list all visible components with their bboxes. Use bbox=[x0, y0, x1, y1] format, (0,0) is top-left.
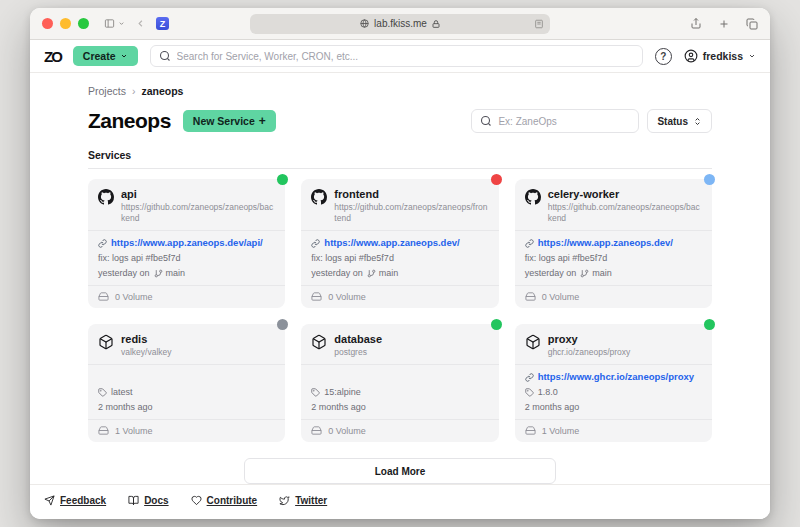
app-favicon[interactable]: Z bbox=[156, 17, 169, 30]
service-url-link[interactable]: https://www.ghcr.io/zaneops/proxy bbox=[538, 371, 694, 383]
status-dot bbox=[277, 174, 288, 185]
service-card[interactable]: celery-worker https://github.com/zaneops… bbox=[515, 179, 712, 308]
new-service-label: New Service bbox=[193, 115, 255, 127]
heart-icon bbox=[191, 495, 202, 506]
github-icon bbox=[525, 189, 541, 205]
service-source: postgres bbox=[334, 347, 382, 358]
service-card[interactable]: proxy ghcr.io/zaneops/proxy https://www.… bbox=[515, 324, 712, 442]
service-source: https://github.com/zaneops/zaneops/backe… bbox=[121, 202, 275, 224]
volume-icon bbox=[525, 291, 536, 302]
service-card[interactable]: redis valkey/valkey latest 2 months ago bbox=[88, 324, 285, 442]
service-card[interactable]: api https://github.com/zaneops/zaneops/b… bbox=[88, 179, 285, 308]
zoom-window-button[interactable] bbox=[78, 18, 89, 29]
volume-count: 0 Volume bbox=[328, 292, 366, 302]
service-filter bbox=[471, 109, 639, 133]
chevrons-up-down-icon bbox=[693, 117, 702, 126]
traffic-lights bbox=[42, 18, 89, 29]
service-name: redis bbox=[121, 333, 172, 345]
volume-count: 0 Volume bbox=[328, 426, 366, 436]
sidebar-toggle-icon[interactable] bbox=[103, 18, 125, 29]
service-url-link[interactable]: https://www.app.zaneops.dev/api/ bbox=[111, 237, 263, 249]
service-source: https://github.com/zaneops/zaneops/backe… bbox=[548, 202, 702, 224]
send-icon bbox=[44, 495, 55, 506]
reader-icon[interactable] bbox=[534, 19, 544, 29]
username: fredkiss bbox=[703, 50, 743, 62]
user-avatar-icon bbox=[684, 49, 698, 63]
link-icon bbox=[311, 239, 320, 248]
load-more-button[interactable]: Load More bbox=[244, 458, 556, 484]
service-name: frontend bbox=[334, 188, 488, 200]
new-service-button[interactable]: New Service + bbox=[183, 110, 276, 132]
status-dot bbox=[491, 319, 502, 330]
section-divider bbox=[88, 168, 712, 169]
globe-icon bbox=[360, 19, 369, 28]
app-footer: Feedback Docs Contribute Twitter bbox=[30, 484, 770, 519]
footer-link-docs[interactable]: Docs bbox=[128, 495, 168, 506]
status-dot bbox=[491, 174, 502, 185]
docker-image-icon bbox=[98, 334, 114, 350]
link-icon bbox=[525, 373, 534, 382]
volume-icon bbox=[98, 291, 109, 302]
status-filter-button[interactable]: Status bbox=[647, 109, 712, 133]
minimize-window-button[interactable] bbox=[60, 18, 71, 29]
service-name: celery-worker bbox=[548, 188, 702, 200]
status-filter-label: Status bbox=[657, 116, 688, 127]
last-updated: yesterday on bbox=[311, 267, 363, 279]
help-button[interactable]: ? bbox=[655, 48, 672, 65]
link-icon bbox=[98, 239, 107, 248]
branch-name: main bbox=[592, 267, 612, 279]
address-bar[interactable]: lab.fkiss.me bbox=[250, 14, 550, 34]
new-tab-icon[interactable] bbox=[718, 18, 730, 30]
github-icon bbox=[98, 189, 114, 205]
service-card[interactable]: frontend https://github.com/zaneops/zane… bbox=[301, 179, 498, 308]
docker-image-icon bbox=[311, 334, 327, 350]
browser-window: Z lab.fkiss.me ZO Create bbox=[30, 8, 770, 519]
footer-link-contribute[interactable]: Contribute bbox=[191, 495, 258, 506]
create-button[interactable]: Create bbox=[73, 46, 138, 66]
footer-link-label: Twitter bbox=[295, 495, 327, 506]
service-card[interactable]: database postgres 15:alpine 2 months ago bbox=[301, 324, 498, 442]
browser-toolbar: Z lab.fkiss.me bbox=[30, 8, 770, 40]
volume-count: 1 Volume bbox=[542, 426, 580, 436]
status-dot bbox=[277, 319, 288, 330]
footer-link-twitter[interactable]: Twitter bbox=[279, 495, 327, 506]
breadcrumb: Projects › zaneops bbox=[88, 85, 712, 97]
footer-link-label: Docs bbox=[144, 495, 168, 506]
zaneops-logo[interactable]: ZO bbox=[44, 48, 61, 65]
create-button-label: Create bbox=[83, 50, 116, 62]
service-name: database bbox=[334, 333, 382, 345]
service-source: ghcr.io/zaneops/proxy bbox=[548, 347, 631, 358]
service-filter-input[interactable] bbox=[498, 116, 630, 127]
footer-link-label: Feedback bbox=[60, 495, 106, 506]
volume-icon bbox=[98, 425, 109, 436]
chevron-down-icon bbox=[748, 52, 756, 60]
last-updated: yesterday on bbox=[525, 267, 577, 279]
service-url-link[interactable]: https://www.app.zaneops.dev/ bbox=[324, 237, 459, 249]
branch-name: main bbox=[166, 267, 186, 279]
footer-link-feedback[interactable]: Feedback bbox=[44, 495, 106, 506]
git-branch-icon bbox=[367, 269, 376, 278]
volume-icon bbox=[525, 425, 536, 436]
breadcrumb-projects[interactable]: Projects bbox=[88, 85, 126, 97]
chevron-down-icon bbox=[120, 52, 128, 60]
close-window-button[interactable] bbox=[42, 18, 53, 29]
last-updated: 2 months ago bbox=[525, 401, 580, 413]
image-tag: 1.8.0 bbox=[538, 386, 558, 398]
book-icon bbox=[128, 495, 139, 506]
tab-overview-icon[interactable] bbox=[746, 18, 758, 30]
user-menu[interactable]: fredkiss bbox=[684, 49, 756, 63]
github-icon bbox=[311, 189, 327, 205]
tag-icon bbox=[525, 388, 534, 397]
link-icon bbox=[525, 239, 534, 248]
service-url-link[interactable]: https://www.app.zaneops.dev/ bbox=[538, 237, 673, 249]
global-search bbox=[150, 45, 643, 67]
page-title: Zaneops bbox=[88, 109, 171, 133]
back-icon[interactable] bbox=[135, 18, 146, 29]
git-branch-icon bbox=[580, 269, 589, 278]
breadcrumb-current[interactable]: zaneops bbox=[141, 85, 183, 97]
status-dot bbox=[704, 174, 715, 185]
tag-icon bbox=[311, 388, 320, 397]
share-icon[interactable] bbox=[690, 17, 702, 30]
volume-count: 0 Volume bbox=[542, 292, 580, 302]
global-search-input[interactable] bbox=[177, 51, 634, 62]
